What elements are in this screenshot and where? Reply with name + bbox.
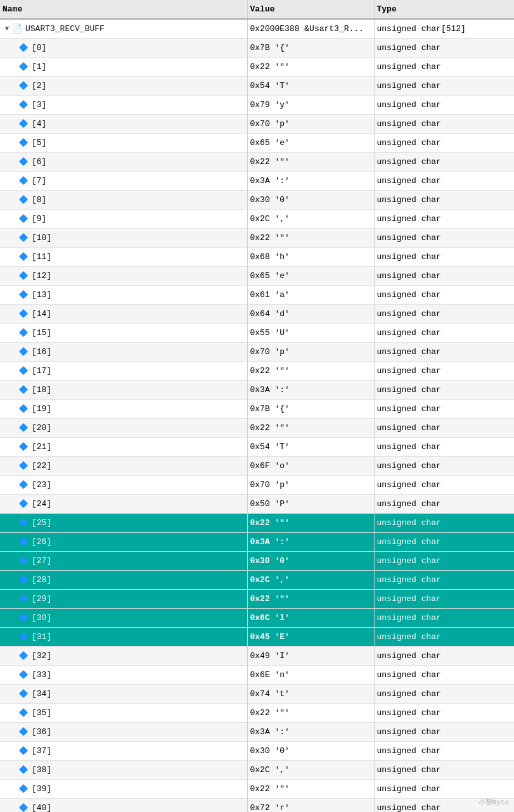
table-row[interactable]: [20]0x22 '"'unsigned char (0, 418, 514, 437)
table-row[interactable]: [2]0x54 'T'unsigned char (0, 76, 514, 95)
table-row[interactable]: [27]0x30 '0'unsigned char (0, 551, 514, 570)
table-row[interactable]: [14]0x64 'd'unsigned char (0, 304, 514, 323)
table-row[interactable]: [37]0x30 '0'unsigned char (0, 741, 514, 760)
table-row[interactable]: [4]0x70 'p'unsigned char (0, 114, 514, 133)
diamond-icon (19, 366, 28, 375)
diamond-icon (19, 556, 28, 565)
diamond-icon (19, 176, 28, 185)
table-row[interactable]: [25]0x22 '"'unsigned char (0, 513, 514, 532)
item-type-cell: unsigned char (374, 665, 514, 684)
diamond-icon (19, 214, 28, 223)
item-index-label: [34] (32, 689, 51, 699)
table-row[interactable]: [3]0x79 'y'unsigned char (0, 95, 514, 114)
table-row[interactable]: [38]0x2C ','unsigned char (0, 760, 514, 779)
table-row[interactable]: [6]0x22 '"'unsigned char (0, 152, 514, 171)
diamond-icon (19, 195, 28, 204)
item-name-cell: [18] (0, 380, 247, 399)
item-name-cell: [19] (0, 399, 247, 418)
item-value-cell: 0x3A ':' (247, 171, 374, 190)
diamond-icon (19, 708, 28, 717)
item-value-cell: 0x55 'U' (247, 323, 374, 342)
table-row[interactable]: [0]0x7B '{'unsigned char (0, 38, 514, 57)
item-name-cell: [20] (0, 418, 247, 437)
item-value-cell: 0x54 'T' (247, 437, 374, 456)
item-index-label: [3] (32, 100, 46, 110)
item-type-cell: unsigned char (374, 722, 514, 741)
table-row[interactable]: [32]0x49 'I'unsigned char (0, 646, 514, 665)
table-row[interactable]: [28]0x2C ','unsigned char (0, 570, 514, 589)
table-row[interactable]: [11]0x68 'h'unsigned char (0, 247, 514, 266)
table-row[interactable]: [17]0x22 '"'unsigned char (0, 361, 514, 380)
table-row[interactable]: [12]0x65 'e'unsigned char (0, 266, 514, 285)
item-value-cell: 0x30 '0' (247, 551, 374, 570)
table-row[interactable]: [31]0x45 'E'unsigned char (0, 627, 514, 646)
table-row[interactable]: [40]0x72 'r'unsigned char (0, 798, 514, 812)
col-header-type: Type (374, 0, 514, 19)
item-value-cell: 0x22 '"' (247, 513, 374, 532)
table-row[interactable]: [8]0x30 '0'unsigned char (0, 190, 514, 209)
table-row[interactable]: [7]0x3A ':'unsigned char (0, 171, 514, 190)
item-value-cell: 0x72 'r' (247, 798, 374, 812)
table-row[interactable]: [29]0x22 '"'unsigned char (0, 589, 514, 608)
item-value-cell: 0x30 '0' (247, 741, 374, 760)
diamond-icon (19, 43, 28, 52)
table-row[interactable]: [1]0x22 '"'unsigned char (0, 57, 514, 76)
item-index-label: [33] (32, 670, 51, 680)
item-name-cell: [23] (0, 475, 247, 494)
item-value-cell: 0x22 '"' (247, 57, 374, 76)
table-row[interactable]: [19]0x7B '{'unsigned char (0, 399, 514, 418)
table-row[interactable]: [24]0x50 'P'unsigned char (0, 494, 514, 513)
item-name-cell: [21] (0, 437, 247, 456)
diamond-icon (19, 632, 28, 641)
table-row[interactable]: [9]0x2C ','unsigned char (0, 209, 514, 228)
item-name-cell: [39] (0, 779, 247, 798)
root-name-cell: ▼ 📄 USART3_RECV_BUFF (0, 19, 247, 38)
table-row[interactable]: [30]0x6C 'l'unsigned char (0, 608, 514, 627)
diamond-icon (19, 518, 28, 527)
item-name-cell: [26] (0, 532, 247, 551)
item-name-cell: [7] (0, 171, 247, 190)
table-row[interactable]: [15]0x55 'U'unsigned char (0, 323, 514, 342)
item-name-cell: [0] (0, 38, 247, 57)
table-row[interactable]: [13]0x61 'a'unsigned char (0, 285, 514, 304)
table-row[interactable]: [5]0x65 'e'unsigned char (0, 133, 514, 152)
table-row[interactable]: [35]0x22 '"'unsigned char (0, 703, 514, 722)
table-row[interactable]: [22]0x6F 'o'unsigned char (0, 456, 514, 475)
diamond-icon (19, 233, 28, 242)
table-row[interactable]: [34]0x74 't'unsigned char (0, 684, 514, 703)
diamond-icon (19, 803, 28, 812)
table-row[interactable]: [18]0x3A ':'unsigned char (0, 380, 514, 399)
item-index-label: [17] (32, 366, 51, 376)
item-index-label: [29] (32, 594, 51, 604)
table-row[interactable]: [36]0x3A ':'unsigned char (0, 722, 514, 741)
table-row[interactable]: [16]0x70 'p'unsigned char (0, 342, 514, 361)
item-index-label: [32] (32, 651, 51, 661)
collapse-icon[interactable]: ▼ (5, 25, 9, 32)
table-row[interactable]: [10]0x22 '"'unsigned char (0, 228, 514, 247)
diamond-icon (19, 271, 28, 280)
diamond-icon (19, 138, 28, 147)
root-row[interactable]: ▼ 📄 USART3_RECV_BUFF 0x2000E388 &Usart3_… (0, 19, 514, 38)
item-type-cell: unsigned char (374, 190, 514, 209)
item-type-cell: unsigned char (374, 646, 514, 665)
item-name-cell: [6] (0, 152, 247, 171)
table-row[interactable]: [21]0x54 'T'unsigned char (0, 437, 514, 456)
item-name-cell: [12] (0, 266, 247, 285)
item-type-cell: unsigned char (374, 779, 514, 798)
folder-icon: 📄 (11, 23, 22, 34)
table-header: Name Value Type (0, 0, 514, 19)
item-type-cell: unsigned char (374, 342, 514, 361)
table-row[interactable]: [33]0x6E 'n'unsigned char (0, 665, 514, 684)
item-name-cell: [17] (0, 361, 247, 380)
item-value-cell: 0x22 '"' (247, 779, 374, 798)
item-type-cell: unsigned char (374, 418, 514, 437)
item-value-cell: 0x30 '0' (247, 190, 374, 209)
col-header-name: Name (0, 0, 247, 19)
item-name-cell: [1] (0, 57, 247, 76)
item-type-cell: unsigned char (374, 513, 514, 532)
table-row[interactable]: [26]0x3A ':'unsigned char (0, 532, 514, 551)
item-name-cell: [29] (0, 589, 247, 608)
table-row[interactable]: [23]0x70 'p'unsigned char (0, 475, 514, 494)
table-row[interactable]: [39]0x22 '"'unsigned char (0, 779, 514, 798)
diamond-icon (19, 385, 28, 394)
